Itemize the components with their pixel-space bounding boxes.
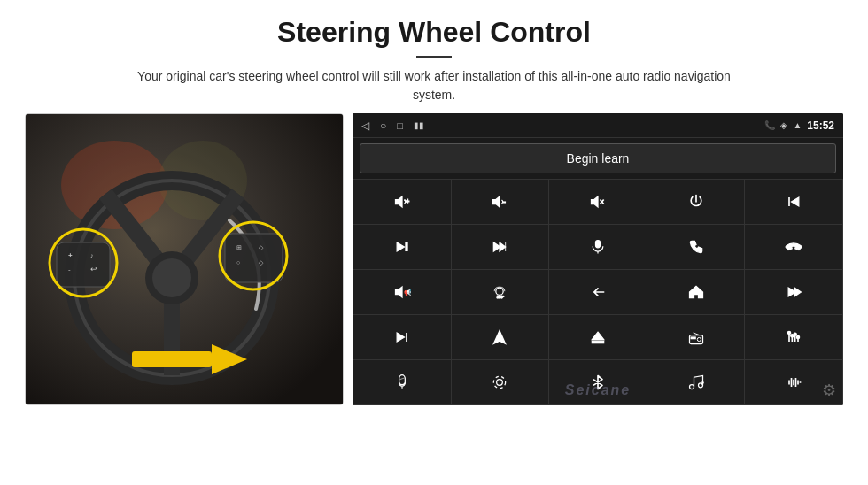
home-nav-icon <box>687 283 705 301</box>
skip-back-button[interactable] <box>745 270 842 314</box>
svg-text:♪: ♪ <box>701 380 703 385</box>
svg-point-55 <box>697 337 701 341</box>
eject-button[interactable] <box>549 315 647 359</box>
back-nav-icon <box>589 283 607 301</box>
skip-back-icon <box>785 283 802 301</box>
mute-button[interactable] <box>549 180 647 224</box>
end-call-icon <box>785 238 802 256</box>
subtitle: Your original car's steering wheel contr… <box>124 67 744 104</box>
music-icon: ♪ <box>687 373 705 391</box>
gear-button[interactable]: ⚙ <box>822 381 836 400</box>
end-call-button[interactable] <box>745 225 842 269</box>
bluetooth-icon <box>589 373 607 391</box>
vol-up-icon: + <box>393 193 411 211</box>
radio-button[interactable] <box>647 315 745 359</box>
svg-text:-: - <box>68 266 71 273</box>
back-btn[interactable]: ◁ <box>361 119 369 132</box>
car-image: + ♪ - ↩ ⊞ ◇ ○ ◇ <box>25 113 344 405</box>
svg-text:↩: ↩ <box>90 265 97 273</box>
cam360-icon: 360° <box>491 283 508 301</box>
svg-point-68 <box>497 380 503 386</box>
settings2-button[interactable] <box>452 360 549 404</box>
navigate-button[interactable] <box>452 315 549 359</box>
svg-text:⊞: ⊞ <box>236 244 242 250</box>
radio-icon <box>687 328 705 346</box>
status-bar: ◁ ○ □ ▮▮ 📞 ◈ ▲ 15:52 <box>353 113 843 138</box>
svg-rect-22 <box>132 351 212 367</box>
svg-point-69 <box>494 376 506 388</box>
svg-rect-41 <box>595 241 600 248</box>
svg-marker-30 <box>591 196 598 207</box>
power-button[interactable] <box>647 180 745 224</box>
skip-forward-button[interactable] <box>353 225 451 269</box>
eject-icon <box>589 328 607 346</box>
status-right: 📞 ◈ ▲ 15:52 <box>764 119 834 132</box>
begin-learn-button[interactable]: Begin learn <box>360 143 836 173</box>
svg-rect-10 <box>57 242 110 287</box>
svg-marker-34 <box>792 197 799 206</box>
steering-wheel-svg: + ♪ - ↩ ⊞ ◇ ○ ◇ <box>26 114 344 405</box>
next-icon <box>393 328 411 346</box>
prev-track-button[interactable] <box>745 180 842 224</box>
recent-btn[interactable]: □ <box>397 120 403 131</box>
svg-marker-43 <box>395 287 402 297</box>
equalizer-icon <box>785 328 802 346</box>
power-icon <box>687 193 705 211</box>
svg-point-9 <box>152 258 191 297</box>
settings2-icon <box>491 373 508 391</box>
music-button[interactable]: ♪ <box>647 360 745 404</box>
vol-down-button[interactable]: - <box>452 180 549 224</box>
skip-forward-icon <box>393 238 411 256</box>
time-display: 15:52 <box>807 119 834 132</box>
wifi-icon: ▲ <box>793 120 802 130</box>
svg-text:○: ○ <box>236 259 240 266</box>
svg-marker-51 <box>494 331 506 344</box>
svg-text:♪: ♪ <box>90 252 94 258</box>
svg-marker-39 <box>500 242 506 251</box>
svg-point-62 <box>788 331 791 334</box>
page-container: Steering Wheel Control Your original car… <box>0 0 868 485</box>
home-btn[interactable]: ○ <box>380 119 386 132</box>
header-section: Steering Wheel Control Your original car… <box>0 0 868 113</box>
svg-text:+: + <box>406 198 409 204</box>
call-icon <box>687 238 705 256</box>
speaker-button[interactable]: 📢 <box>353 270 451 314</box>
status-left: ◁ ○ □ ▮▮ <box>361 119 424 132</box>
cam360-button[interactable]: 360° <box>452 270 549 314</box>
fast-forward-button[interactable] <box>452 225 549 269</box>
phone-status-icon: 📞 <box>764 120 775 130</box>
controls-grid: + - <box>353 179 843 405</box>
svg-text:360°: 360° <box>497 295 505 299</box>
svg-rect-53 <box>592 341 603 343</box>
waveform-icon <box>785 373 802 391</box>
battery-icon: ▮▮ <box>414 120 424 130</box>
title-divider <box>416 56 452 58</box>
svg-point-70 <box>689 385 694 389</box>
equalizer-button[interactable] <box>745 315 842 359</box>
mic2-button[interactable] <box>353 360 451 404</box>
prev-track-icon <box>785 193 802 211</box>
svg-text:-: - <box>504 197 507 205</box>
svg-point-64 <box>794 333 796 335</box>
svg-marker-28 <box>493 196 500 207</box>
svg-rect-15 <box>225 234 283 282</box>
content-area: + ♪ - ↩ ⊞ ◇ ○ ◇ <box>0 113 868 485</box>
call-button[interactable] <box>647 225 745 269</box>
svg-marker-48 <box>794 288 802 296</box>
page-title: Steering Wheel Control <box>18 16 850 49</box>
mic-button[interactable] <box>549 225 647 269</box>
vol-down-icon: - <box>491 193 508 211</box>
home-nav-button[interactable] <box>647 270 745 314</box>
svg-text:+: + <box>68 251 73 259</box>
next-button[interactable] <box>353 315 451 359</box>
svg-line-67 <box>399 378 404 380</box>
vol-up-button[interactable]: + <box>353 180 451 224</box>
back-nav-button[interactable] <box>549 270 647 314</box>
svg-marker-35 <box>397 242 404 251</box>
begin-learn-row: Begin learn <box>353 138 843 179</box>
android-ui: ◁ ○ □ ▮▮ 📞 ◈ ▲ 15:52 Begin learn <box>353 113 843 405</box>
mic-icon <box>589 238 607 256</box>
svg-rect-56 <box>691 337 695 339</box>
bluetooth-button[interactable] <box>549 360 647 404</box>
speaker-icon: 📢 <box>393 283 411 301</box>
